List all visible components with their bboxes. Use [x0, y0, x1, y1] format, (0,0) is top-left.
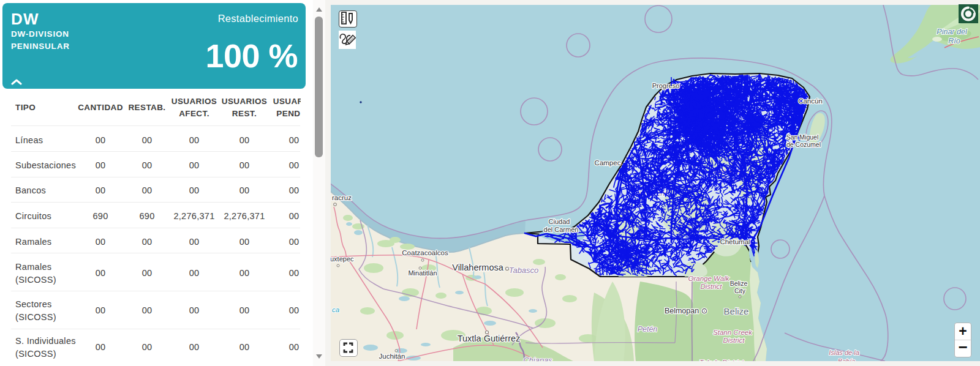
svg-text:Tabasco: Tabasco	[509, 266, 539, 275]
svg-text:Toledo District: Toledo District	[699, 359, 744, 361]
svg-text:City: City	[734, 287, 746, 294]
svg-text:ca: ca	[332, 306, 339, 313]
svg-text:Bahía: Bahía	[838, 357, 856, 361]
svg-text:Juchitán: Juchitán	[379, 353, 405, 360]
svg-text:Belize: Belize	[730, 280, 748, 287]
svg-text:Río: Río	[948, 37, 960, 45]
svg-text:Islas de la: Islas de la	[829, 349, 859, 356]
svg-text:District: District	[723, 337, 745, 344]
svg-text:Villahermosa: Villahermosa	[452, 263, 503, 272]
svg-text:del Carmen: del Carmen	[544, 226, 579, 233]
svg-text:Stann Creek: Stann Creek	[713, 329, 753, 336]
svg-text:Orange Walk: Orange Walk	[688, 275, 730, 282]
svg-text:Chetumal: Chetumal	[720, 238, 750, 245]
svg-text:Coatzacoalcos: Coatzacoalcos	[402, 249, 448, 256]
svg-text:Minatitlán: Minatitlán	[408, 269, 437, 277]
svg-text:uxtepec: uxtepec	[331, 255, 354, 263]
svg-text:Ciudad: Ciudad	[549, 218, 570, 225]
svg-text:Pinar del: Pinar del	[937, 28, 968, 36]
svg-text:Petén: Petén	[638, 325, 658, 334]
svg-text:racruz: racruz	[332, 194, 352, 201]
svg-text:District: District	[700, 283, 722, 290]
svg-text:Chiapas: Chiapas	[523, 356, 552, 361]
svg-text:Progreso: Progreso	[652, 82, 680, 89]
svg-text:Belize: Belize	[724, 306, 749, 316]
svg-text:Cancún: Cancún	[798, 97, 823, 105]
svg-text:Tuxtla Gutiérrez: Tuxtla Gutiérrez	[458, 334, 521, 343]
svg-text:de Cozumel: de Cozumel	[786, 141, 821, 148]
svg-text:Campec: Campec	[595, 159, 621, 166]
svg-text:Belmopan ⊙: Belmopan ⊙	[665, 307, 707, 315]
svg-text:San Miguel: San Miguel	[786, 133, 819, 141]
